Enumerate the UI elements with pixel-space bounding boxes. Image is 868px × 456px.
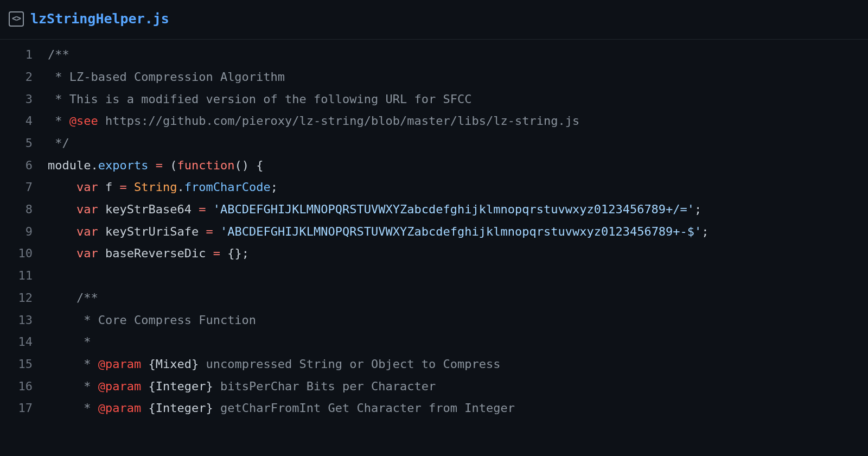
code-line[interactable]: module.exports = (function() {	[48, 155, 868, 177]
code-token: =	[119, 180, 126, 194]
code-line[interactable]: * @param {Mixed} uncompressed String or …	[48, 353, 868, 376]
line-number: 16	[0, 376, 33, 398]
code-token: */	[48, 136, 69, 150]
code-token: () {	[234, 159, 263, 172]
code-token: * LZ-based Compression Algorithm	[48, 70, 285, 84]
code-token: keyStrBase64	[98, 202, 199, 216]
code-token: 'ABCDEFGHIJKLMNOPQRSTUVWXYZabcdefghijklm…	[213, 202, 694, 216]
code-token	[206, 202, 213, 216]
code-token: (	[163, 159, 177, 172]
code-token: {Integer}	[148, 401, 213, 415]
code-icon-glyph: <>	[12, 11, 21, 27]
code-token: bitsPerChar Bits per Character	[213, 379, 436, 393]
code-line[interactable]: var keyStrUriSafe = 'ABCDEFGHIJKLMNOPQRS…	[48, 221, 868, 243]
code-token: ;	[271, 180, 278, 194]
code-token: exports	[98, 159, 149, 172]
code-token: *	[48, 379, 98, 393]
code-token: {Mixed}	[148, 357, 199, 371]
code-token: ;	[694, 202, 701, 216]
code-token: * This is a modified version of the foll…	[48, 92, 471, 106]
code-token: @param	[98, 379, 141, 393]
line-number-gutter: 1234567891011121314151617	[0, 44, 48, 420]
line-number: 15	[0, 353, 33, 376]
code-token: var	[76, 246, 98, 260]
line-number: 5	[0, 132, 33, 155]
line-number: 14	[0, 331, 33, 353]
code-token: var	[76, 202, 98, 216]
code-line[interactable]: * Core Compress Function	[48, 309, 868, 332]
line-number: 8	[0, 199, 33, 221]
code-token: {};	[220, 246, 249, 260]
code-line[interactable]: *	[48, 331, 868, 353]
code-file-icon: <>	[9, 11, 24, 27]
code-token	[48, 180, 76, 194]
code-token: *	[48, 357, 98, 371]
code-line[interactable]: var baseReverseDic = {};	[48, 243, 868, 265]
code-token	[48, 225, 76, 238]
code-token: @param	[98, 401, 141, 415]
code-token: *	[48, 401, 98, 415]
code-token: =	[213, 246, 220, 260]
code-token	[127, 180, 134, 194]
code-token	[141, 357, 148, 371]
code-line[interactable]: * @see https://github.com/pieroxy/lz-str…	[48, 110, 868, 132]
code-token: =	[156, 159, 163, 172]
line-number: 12	[0, 287, 33, 309]
code-token	[141, 379, 148, 393]
code-line[interactable]: */	[48, 132, 868, 155]
line-number: 4	[0, 110, 33, 132]
line-number: 13	[0, 309, 33, 332]
code-token: 'ABCDEFGHIJKLMNOPQRSTUVWXYZabcdefghijklm…	[220, 225, 701, 238]
code-token: function	[177, 159, 234, 172]
code-line[interactable]: * LZ-based Compression Algorithm	[48, 66, 868, 88]
line-number: 2	[0, 66, 33, 88]
file-header: <> lzStringHelper.js	[0, 0, 868, 40]
line-number: 1	[0, 44, 33, 66]
code-token	[141, 401, 148, 415]
code-line[interactable]: /**	[48, 287, 868, 309]
code-token: module.	[48, 159, 98, 172]
line-number: 11	[0, 265, 33, 287]
code-token: String	[134, 180, 177, 194]
code-token: https://github.com/pieroxy/lz-string/blo…	[98, 114, 579, 128]
filename-label[interactable]: lzStringHelper.js	[30, 7, 169, 31]
code-token	[148, 159, 155, 172]
line-number: 3	[0, 88, 33, 111]
code-content[interactable]: /** * LZ-based Compression Algorithm * T…	[48, 44, 868, 420]
code-line[interactable]	[48, 265, 868, 287]
code-line[interactable]: * @param {Integer} bitsPerChar Bits per …	[48, 376, 868, 398]
code-token	[48, 246, 76, 260]
code-token: @param	[98, 357, 141, 371]
line-number: 10	[0, 243, 33, 265]
code-token: *	[48, 114, 69, 128]
code-token: *	[48, 335, 91, 349]
code-token: baseReverseDic	[98, 246, 213, 260]
line-number: 7	[0, 176, 33, 199]
code-token	[213, 225, 220, 238]
line-number: 6	[0, 155, 33, 177]
code-line[interactable]: * @param {Integer} getCharFromInt Get Ch…	[48, 397, 868, 420]
code-token: .	[177, 180, 184, 194]
code-token: /**	[48, 48, 69, 61]
code-token: * Core Compress Function	[48, 313, 256, 327]
code-line[interactable]: var keyStrBase64 = 'ABCDEFGHIJKLMNOPQRST…	[48, 199, 868, 221]
code-token: =	[206, 225, 213, 238]
code-token: ;	[701, 225, 709, 238]
code-token: getCharFromInt Get Character from Intege…	[213, 401, 515, 415]
line-number: 9	[0, 221, 33, 243]
code-line[interactable]: * This is a modified version of the foll…	[48, 88, 868, 111]
code-line[interactable]: var f = String.fromCharCode;	[48, 176, 868, 199]
code-token: keyStrUriSafe	[98, 225, 206, 238]
code-token: =	[199, 202, 206, 216]
code-token: var	[76, 225, 98, 238]
code-line[interactable]: /**	[48, 44, 868, 66]
line-number: 17	[0, 397, 33, 420]
code-token: f	[98, 180, 120, 194]
code-token: var	[76, 180, 98, 194]
code-token: @see	[69, 114, 98, 128]
code-token: uncompressed String or Object to Compres…	[199, 357, 500, 371]
code-token: {Integer}	[148, 379, 213, 393]
code-token: /**	[48, 291, 98, 305]
code-editor[interactable]: 1234567891011121314151617 /** * LZ-based…	[0, 40, 868, 420]
code-token: fromCharCode	[184, 180, 271, 194]
